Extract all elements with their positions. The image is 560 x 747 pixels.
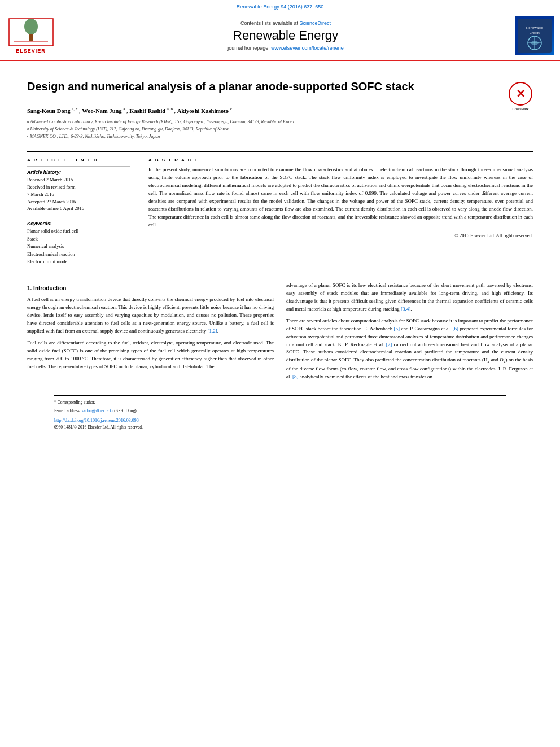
- body-para-1: A fuel cell is an energy transformation …: [27, 296, 274, 335]
- author-3-sup: a, b: [167, 107, 173, 111]
- crossmark-badge: ✕ CrossMark: [508, 81, 533, 111]
- body-col-left: 1. Introduction A fuel cell is an energy…: [27, 282, 274, 385]
- author-2: Woo-Nam Jung: [82, 108, 121, 114]
- history-label: Article history:: [27, 169, 130, 175]
- copyright-line: © 2016 Elsevier Ltd. All rights reserved…: [148, 233, 533, 238]
- crossmark-label: CrossMark: [508, 107, 533, 111]
- journal-header: ELSEVIER Contents lists available at Sci…: [0, 11, 560, 61]
- divider-1: [27, 151, 533, 152]
- email-label: E-mail address:: [54, 408, 82, 413]
- ref-3-4[interactable]: [3,4]: [401, 306, 410, 312]
- elsevier-label: ELSEVIER: [16, 48, 46, 54]
- article-content: Design and numerical analysis of a plana…: [0, 61, 560, 441]
- journal-center-header: Contents lists available at ScienceDirec…: [62, 11, 509, 60]
- doi-line: http://dx.doi.org/10.1016/j.renene.2016.…: [54, 417, 506, 423]
- svg-text:Renewable: Renewable: [526, 26, 544, 29]
- email-name: (S.-K. Dong).: [114, 408, 137, 413]
- author-2-sup: a: [123, 107, 125, 111]
- contents-text: Contents lists available at: [240, 20, 300, 26]
- svg-text:✕: ✕: [516, 88, 526, 100]
- svg-text:Energy: Energy: [529, 31, 540, 34]
- contents-available-line: Contents lists available at ScienceDirec…: [240, 20, 331, 26]
- affil-3: c MAGNEX CO., LTD., 6-23-3, Nishikicho, …: [27, 133, 414, 140]
- ref-5[interactable]: [5]: [394, 326, 400, 331]
- page: Renewable Energy 94 (2016) 637–650 ELSEV…: [0, 0, 560, 747]
- keyword-3: Numerical analysis: [27, 243, 130, 251]
- affil-2: b University of Science & Technology (US…: [27, 126, 414, 133]
- author-1: Sang-Keun Dong: [27, 108, 71, 114]
- email-address[interactable]: skdong@kier.re.kr: [82, 408, 113, 413]
- re-logo-icon: Renewable Energy: [518, 19, 552, 53]
- crossmark-icon: ✕: [508, 81, 533, 106]
- info-abstract-section: A R T I C L E I N F O Article history: R…: [27, 158, 533, 270]
- keyword-2: Stack: [27, 235, 130, 243]
- journal-logo-box: Renewable Energy: [515, 16, 554, 55]
- homepage-line: journal homepage: www.elsevier.com/locat…: [228, 45, 344, 51]
- article-title: Design and numerical analysis of a plana…: [27, 79, 414, 99]
- revised-label: Received in revised form: [27, 184, 130, 191]
- ref-7[interactable]: [7]: [386, 342, 392, 347]
- author-1-sup: a, *: [72, 107, 77, 111]
- homepage-text: journal homepage:: [228, 45, 271, 51]
- keywords-label: Keywords:: [27, 221, 130, 226]
- journal-logo-right: Renewable Energy: [509, 11, 560, 60]
- keyword-4: Electrochemical reaction: [27, 251, 130, 259]
- elsevier-logo-area: ELSEVIER: [0, 11, 62, 60]
- affil-2-text: University of Science & Technology (UST)…: [30, 126, 229, 133]
- journal-volume-text: Renewable Energy 94 (2016) 637–650: [237, 4, 324, 10]
- ref-8[interactable]: [8]: [292, 374, 299, 379]
- doi-link[interactable]: http://dx.doi.org/10.1016/j.renene.2016.…: [54, 418, 139, 423]
- available-date: Available online 6 April 2016: [27, 205, 130, 212]
- footer-section: * Corresponding author. E-mail address: …: [54, 395, 506, 430]
- homepage-url[interactable]: www.elsevier.com/locate/renene: [271, 45, 344, 51]
- sciencedirect-link[interactable]: ScienceDirect: [300, 20, 331, 26]
- accepted-date: Accepted 27 March 2016: [27, 198, 130, 206]
- abstract-column: A B S T R A C T In the present study, nu…: [148, 158, 533, 270]
- divider-keywords: [27, 217, 130, 217]
- article-history-group: Article history: Received 2 March 2015 R…: [27, 169, 130, 212]
- abstract-header: A B S T R A C T: [148, 158, 533, 163]
- author-4: Akiyoshi Kashimoto: [177, 108, 229, 114]
- article-info-header: A R T I C L E I N F O: [27, 158, 130, 163]
- abstract-text: In the present study, numerical simulati…: [148, 166, 533, 229]
- affil-1: a Advanced Combustion Laboratory, Korea …: [27, 119, 414, 125]
- affil-1-text: Advanced Combustion Laboratory, Korea In…: [30, 119, 294, 125]
- affil-3-text: MAGNEX CO., LTD., 6-23-3, Nishikicho, Ta…: [30, 133, 160, 140]
- authors-line: Sang-Keun Dong a, * , Woo-Nam Jung a , K…: [27, 106, 414, 115]
- corresponding-label: * Corresponding author.: [54, 400, 95, 405]
- corresponding-author-note: * Corresponding author.: [54, 399, 506, 405]
- keyword-1: Planar solid oxide fuel cell: [27, 228, 130, 235]
- author-3: Kashif Rashid: [129, 108, 165, 114]
- journal-title: Renewable Energy: [233, 28, 338, 43]
- ref-6[interactable]: [6]: [452, 326, 458, 331]
- body-col-right: advantage of a planar SOFC is its low el…: [286, 282, 533, 385]
- ref-1-2[interactable]: [1,2]: [207, 328, 217, 334]
- author-4-sup: c: [230, 107, 232, 111]
- revised-date: 7 March 2016: [27, 191, 130, 198]
- keywords-group: Keywords: Planar solid oxide fuel cell S…: [27, 221, 130, 266]
- body-columns: 1. Introduction A fuel cell is an energy…: [27, 282, 533, 385]
- affiliations: a Advanced Combustion Laboratory, Korea …: [27, 119, 414, 140]
- body-para-right-2: There are several articles about computa…: [286, 317, 533, 381]
- issn-line: 0960-1481/© 2016 Elsevier Ltd. All right…: [54, 425, 506, 430]
- section1-title: 1. Introduction: [27, 284, 274, 293]
- email-line: E-mail address: skdong@kier.re.kr (S.-K.…: [54, 408, 506, 414]
- journal-banner: Renewable Energy 94 (2016) 637–650: [0, 0, 560, 11]
- divider-info: [27, 166, 130, 167]
- keyword-5: Electric circuit model: [27, 258, 130, 266]
- article-info-column: A R T I C L E I N F O Article history: R…: [27, 158, 137, 270]
- svg-rect-2: [29, 34, 33, 41]
- elsevier-logo-svg: [8, 18, 54, 46]
- svg-point-1: [24, 19, 38, 34]
- body-para-2: Fuel cells are differentiated according …: [27, 339, 274, 371]
- received-date: Received 2 March 2015: [27, 176, 130, 184]
- body-para-right-1: advantage of a planar SOFC is its low el…: [286, 282, 533, 313]
